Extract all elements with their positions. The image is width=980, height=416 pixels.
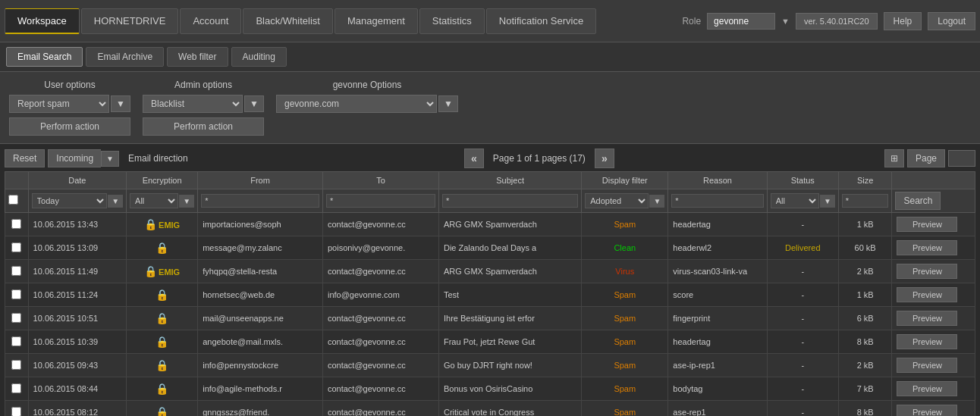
filter-date-cell: Today ▼ [28, 189, 126, 213]
help-button[interactable]: Help [884, 12, 922, 30]
filter-to-input[interactable] [326, 194, 435, 208]
tab-management[interactable]: Management [335, 8, 418, 34]
filter-from-input[interactable] [201, 194, 319, 208]
admin-blacklist-arrow[interactable]: ▼ [244, 95, 264, 112]
row-checkbox[interactable] [11, 360, 21, 370]
grid-toolbar: Reset Incoming ▼ Email direction « Page … [5, 149, 975, 168]
direction-label: Email direction [122, 153, 194, 164]
preview-button[interactable]: Preview [897, 358, 957, 373]
row-date: 10.06.2015 09:43 [28, 354, 126, 377]
filter-display-arrow[interactable]: ▼ [649, 195, 664, 208]
govonne-domain-select[interactable]: gevonne.com [276, 95, 437, 113]
row-status: - [767, 354, 838, 377]
reset-button[interactable]: Reset [5, 149, 45, 167]
row-subject: Die Zalando Deal Days a [438, 236, 581, 260]
govonne-domain-arrow[interactable]: ▼ [438, 95, 458, 112]
row-status: - [767, 377, 838, 401]
filter-date-select[interactable]: Today [32, 193, 108, 208]
row-size: 2 kB [838, 354, 892, 377]
search-button[interactable]: Search [895, 192, 941, 210]
row-display-filter: Spam [582, 401, 668, 417]
admin-perform-action-button[interactable]: Perform action [143, 117, 264, 136]
filter-date-arrow[interactable]: ▼ [108, 195, 123, 208]
preview-button[interactable]: Preview [897, 311, 957, 326]
row-checkbox[interactable] [11, 407, 21, 417]
row-subject: Test [438, 283, 581, 307]
filter-checkbox-cell [5, 189, 29, 213]
filter-enc-arrow[interactable]: ▼ [179, 195, 194, 208]
row-checkbox[interactable] [11, 336, 21, 346]
enc-icon: 🔒 [155, 406, 168, 416]
row-action-cell: Preview [892, 354, 975, 377]
page-button[interactable]: Page [907, 149, 945, 167]
tab-email-archive[interactable]: Email Archive [86, 47, 164, 67]
preview-button[interactable]: Preview [897, 264, 957, 279]
row-from: mail@unseenapps.ne [198, 307, 323, 330]
enc-icon: 🔒 [155, 242, 168, 254]
col-header-subject: Subject [438, 172, 581, 189]
preview-button[interactable]: Preview [897, 334, 957, 349]
row-encryption: 🔒 [127, 283, 198, 307]
row-reason: score [668, 283, 767, 307]
select-all-checkbox[interactable] [8, 195, 18, 205]
col-header-reason: Reason [668, 172, 767, 189]
version-button[interactable]: ver. 5.40.01RC20 [796, 13, 878, 30]
user-report-spam-arrow[interactable]: ▼ [111, 95, 130, 112]
filter-size-input[interactable] [842, 194, 889, 208]
pager-first-button[interactable]: « [464, 149, 484, 168]
preview-button[interactable]: Preview [897, 217, 957, 232]
tab-account[interactable]: Account [180, 8, 241, 34]
logout-button[interactable]: Logout [928, 12, 975, 30]
pager-last-button[interactable]: » [595, 149, 614, 168]
row-checkbox[interactable] [11, 266, 21, 276]
row-checkbox[interactable] [11, 242, 21, 252]
filter-status-arrow[interactable]: ▼ [820, 195, 835, 208]
row-size: 1 kB [838, 283, 892, 307]
row-checkbox[interactable] [11, 313, 21, 323]
tab-workspace[interactable]: Workspace [5, 8, 80, 34]
filter-reason-input[interactable] [671, 194, 763, 208]
preview-button[interactable]: Preview [897, 287, 957, 302]
incoming-label: Incoming [48, 149, 101, 167]
preview-button[interactable]: Preview [897, 381, 957, 396]
tab-web-filter[interactable]: Web filter [167, 47, 228, 67]
grid-layout-button[interactable]: ⊞ [884, 149, 904, 167]
user-perform-action-button[interactable]: Perform action [9, 117, 130, 136]
role-dropdown-arrow[interactable]: ▼ [781, 17, 790, 26]
filter-enc-select[interactable]: All [130, 193, 178, 208]
filter-status-select[interactable]: All [771, 193, 819, 208]
row-checkbox-cell [5, 307, 29, 330]
admin-blacklist-select[interactable]: Blacklist [143, 95, 243, 113]
filter-subject-input[interactable] [442, 194, 578, 208]
incoming-arrow[interactable]: ▼ [101, 151, 119, 167]
preview-button[interactable]: Preview [897, 405, 957, 416]
tab-blackwhitelist[interactable]: Black/Whitelist [243, 8, 333, 34]
row-reason: ase-ip-rep1 [668, 354, 767, 377]
row-reason: bodytag [668, 377, 767, 401]
page-input[interactable] [948, 150, 975, 167]
user-report-spam-select[interactable]: Report spam [9, 95, 109, 113]
tab-statistics[interactable]: Statistics [419, 8, 485, 34]
table-row: 10.06.2015 11:24 🔒 hornetsec@web.de info… [5, 283, 975, 307]
filter-row: Today ▼ All ▼ [5, 189, 975, 213]
row-subject: ARG GMX Spamverdach [438, 260, 581, 283]
col-header-to: To [322, 172, 438, 189]
row-checkbox[interactable] [11, 289, 21, 299]
filter-display-select[interactable]: Adopted [585, 193, 649, 208]
row-reason: headertag [668, 213, 767, 236]
tab-email-search[interactable]: Email Search [6, 47, 83, 67]
row-action-cell: Preview [892, 377, 975, 401]
tab-notification[interactable]: Notification Service [486, 8, 596, 34]
tab-auditing[interactable]: Auditing [231, 47, 287, 67]
status-badge: - [801, 267, 804, 276]
filter-display-cell: Adopted ▼ [582, 189, 668, 213]
row-checkbox[interactable] [11, 219, 21, 229]
preview-button[interactable]: Preview [897, 240, 957, 255]
row-date: 10.06.2015 13:43 [28, 213, 126, 236]
row-checkbox[interactable] [11, 383, 21, 393]
tab-hornetdrive[interactable]: HORNETDRIVE [81, 8, 179, 34]
email-table: Date Encryption From To Subject Display … [5, 171, 975, 416]
row-subject: Go buy DJRT right now! [438, 354, 581, 377]
row-checkbox-cell [5, 401, 29, 417]
row-to: contact@gevonne.cc [322, 354, 438, 377]
